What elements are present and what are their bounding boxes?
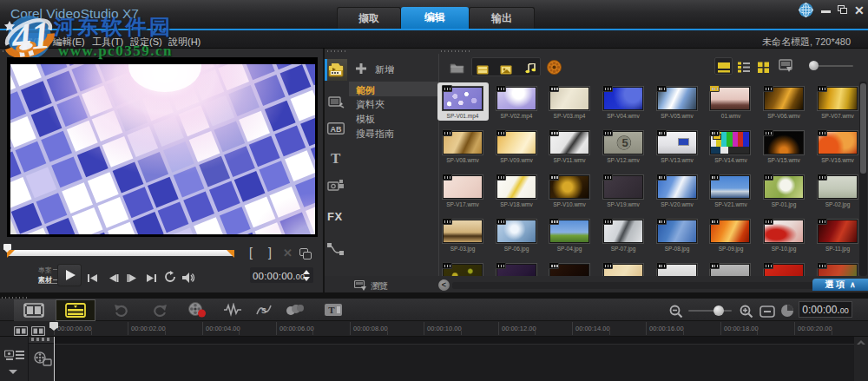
svg-text:41: 41 [10, 14, 52, 57]
svg-text:T: T [328, 305, 335, 315]
svg-text:S: S [261, 306, 266, 315]
svg-text:AB: AB [331, 125, 342, 134]
